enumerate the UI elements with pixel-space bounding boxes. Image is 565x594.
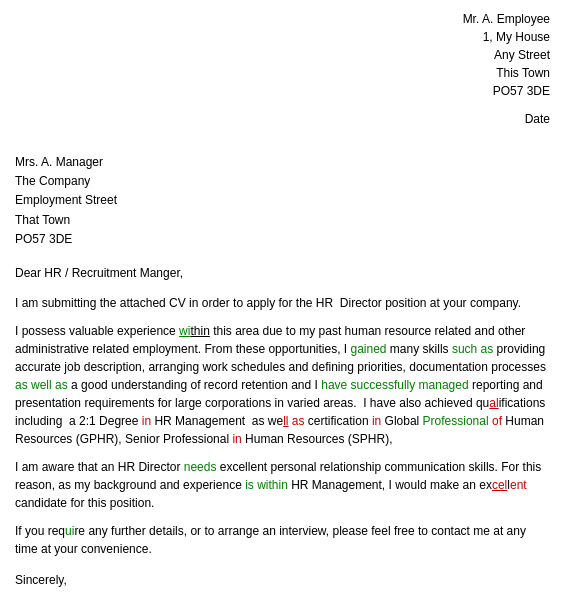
sender-address: Mr. A. Employee 1, My House Any Street T…: [15, 10, 550, 100]
date-line: Date: [15, 110, 550, 128]
sender-name: Mr. A. Employee: [15, 10, 550, 28]
salutation-text: Dear HR / Recruitment Manger,: [15, 266, 183, 280]
recipient-address: Mrs. A. Manager The Company Employment S…: [15, 153, 550, 249]
recipient-town: That Town: [15, 211, 550, 230]
date-label: Date: [525, 112, 550, 126]
salutation: Dear HR / Recruitment Manger,: [15, 264, 550, 282]
sender-line3: This Town: [15, 64, 550, 82]
experience-paragraph: I possess valuable experience within thi…: [15, 322, 550, 448]
sender-postcode: PO57 3DE: [15, 82, 550, 100]
sender-line2: Any Street: [15, 46, 550, 64]
recipient-postcode: PO57 3DE: [15, 230, 550, 249]
awareness-paragraph: I am aware that an HR Director needs exc…: [15, 458, 550, 512]
intro-paragraph: I am submitting the attached CV in order…: [15, 294, 550, 312]
recipient-street: Employment Street: [15, 191, 550, 210]
closing-body-paragraph: If you require any further details, or t…: [15, 522, 550, 558]
letter-container: Mr. A. Employee 1, My House Any Street T…: [15, 10, 550, 594]
recipient-company: The Company: [15, 172, 550, 191]
sincerely-text: Sincerely,: [15, 570, 550, 592]
recipient-name: Mrs. A. Manager: [15, 153, 550, 172]
sender-line1: 1, My House: [15, 28, 550, 46]
closing-section: Sincerely, Applicant: [15, 570, 550, 594]
